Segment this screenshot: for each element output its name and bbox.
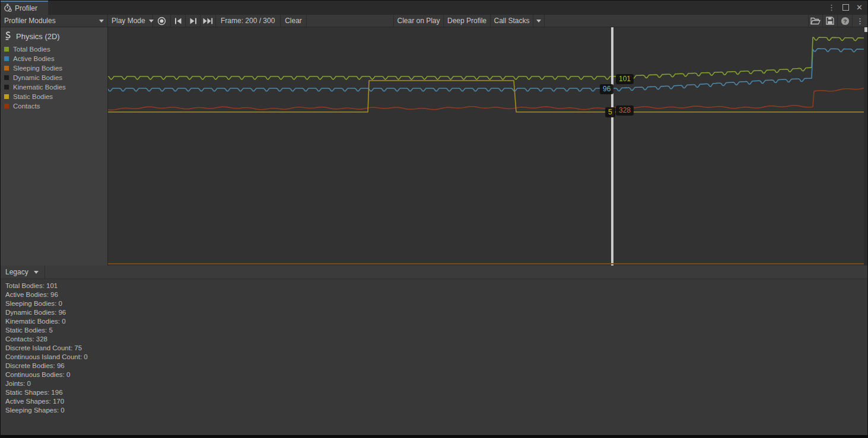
- legend-item-kinematic-bodies[interactable]: Kinematic Bodies: [4, 82, 107, 92]
- frame-counter: Frame: 200 / 300: [216, 15, 281, 27]
- module-header[interactable]: Physics (2D): [1, 27, 107, 44]
- details-view-dropdown[interactable]: Legacy: [1, 266, 45, 279]
- skip-to-end-icon: [203, 18, 213, 24]
- next-frame-button[interactable]: [186, 15, 201, 27]
- profiler-stopwatch-icon: [4, 4, 12, 14]
- legend-label: Sleeping Bodies: [13, 65, 62, 72]
- clear-on-play-label: Clear on Play: [397, 17, 440, 25]
- cursor-value-label: 96: [600, 84, 613, 94]
- legend-label: Kinematic Bodies: [13, 84, 66, 91]
- legend-swatch: [4, 104, 9, 108]
- toolbar-gap: [307, 15, 393, 27]
- details-view-bar: Legacy: [1, 266, 867, 279]
- stat-line-discrete-island-count: Discrete Island Count: 75: [5, 344, 867, 353]
- window-controls: ⋮ ✕: [828, 1, 863, 14]
- legend-item-static-bodies[interactable]: Static Bodies: [4, 92, 107, 101]
- close-icon[interactable]: ✕: [856, 3, 863, 12]
- stat-line-joints: Joints: 0: [5, 379, 867, 388]
- legend-swatch: [4, 94, 9, 99]
- profiler-toolbar: Profiler Modules Play Mode: [1, 15, 867, 27]
- legend-label: Contacts: [13, 103, 40, 110]
- deep-profile-label: Deep Profile: [447, 17, 487, 25]
- chart-scrollbar[interactable]: [864, 27, 868, 266]
- tab-title: Profiler: [15, 4, 37, 12]
- module-title: Physics (2D): [16, 32, 60, 41]
- stat-line-sleeping-bodies: Sleeping Bodies: 0: [5, 299, 867, 308]
- open-folder-icon: [810, 17, 821, 25]
- stat-line-static-bodies: Static Bodies: 5: [5, 326, 867, 335]
- legend-label: Active Bodies: [13, 55, 55, 62]
- svg-text:?: ?: [843, 18, 847, 24]
- clear-on-play-toggle[interactable]: Clear on Play: [393, 15, 444, 27]
- load-profile-button[interactable]: [808, 15, 823, 27]
- stat-line-continuous-island-count: Continuous Island Count: 0: [5, 353, 867, 362]
- stat-line-static-shapes: Static Shapes: 196: [5, 388, 867, 397]
- window-bottom-edge: [1, 435, 867, 437]
- window-menu-icon[interactable]: ⋮: [828, 3, 835, 12]
- stat-line-active-shapes: Active Shapes: 170: [5, 397, 867, 406]
- legend-item-active-bodies[interactable]: Active Bodies: [4, 54, 107, 63]
- call-stacks-dropdown[interactable]: [533, 15, 545, 27]
- details-view-label: Legacy: [5, 268, 28, 276]
- playhead-line[interactable]: [611, 27, 613, 266]
- legend-swatch: [4, 85, 9, 89]
- legend-swatch: [4, 47, 9, 52]
- chart-svg: [108, 27, 868, 266]
- chevron-down-icon: [536, 20, 541, 23]
- help-button[interactable]: ?: [838, 15, 853, 27]
- profiler-modules-dropdown[interactable]: Profiler Modules: [1, 15, 108, 27]
- prev-frame-button[interactable]: [171, 15, 186, 27]
- help-icon: ?: [841, 17, 850, 25]
- legend-label: Total Bodies: [13, 46, 50, 53]
- prev-frame-icon: [174, 18, 182, 24]
- record-button[interactable]: [153, 15, 171, 27]
- cursor-value-label: 5: [605, 107, 615, 117]
- stat-line-sleeping-shapes: Sleeping Shapes: 0: [5, 406, 867, 415]
- profiler-modules-label: Profiler Modules: [4, 17, 56, 25]
- stat-line-contacts: Contacts: 328: [5, 335, 867, 344]
- legend-swatch: [4, 66, 9, 71]
- next-frame-icon: [189, 18, 197, 24]
- kebab-icon: ⋮: [856, 17, 864, 25]
- save-profile-button[interactable]: [823, 15, 838, 27]
- stat-line-active-bodies: Active Bodies: 96: [5, 290, 867, 299]
- legend-item-total-bodies[interactable]: Total Bodies: [4, 44, 107, 54]
- chevron-down-icon: [34, 271, 39, 274]
- call-stacks-label: Call Stacks: [494, 17, 529, 25]
- series-active-bodies: [108, 49, 864, 91]
- cursor-value-label: 328: [616, 105, 634, 116]
- physics2d-icon: [4, 31, 12, 42]
- frame-counter-label: Frame: 200 / 300: [221, 17, 275, 25]
- record-icon: [157, 17, 166, 25]
- stat-line-kinematic-bodies: Kinematic Bodies: 0: [5, 317, 867, 326]
- save-icon: [826, 17, 834, 25]
- module-sidebar: Physics (2D) Total BodiesActive BodiesSl…: [1, 27, 108, 266]
- play-mode-dropdown[interactable]: Play Mode: [108, 15, 153, 27]
- profiler-window: Profiler ⋮ ✕ Profiler Modules Play Mode: [0, 0, 868, 438]
- stat-line-total-bodies: Total Bodies: 101: [5, 282, 867, 290]
- legend-item-dynamic-bodies[interactable]: Dynamic Bodies: [4, 73, 107, 82]
- chart-area[interactable]: 101965328: [108, 27, 868, 266]
- stat-line-discrete-bodies: Discrete Bodies: 96: [5, 362, 867, 370]
- legend-label: Dynamic Bodies: [13, 74, 62, 81]
- chart-bottom-border: [108, 263, 868, 264]
- chevron-down-icon: [99, 20, 104, 23]
- tab-profiler[interactable]: Profiler: [1, 1, 48, 15]
- legend-item-contacts[interactable]: Contacts: [4, 101, 107, 111]
- clear-label: Clear: [285, 17, 302, 25]
- call-stacks-toggle[interactable]: Call Stacks: [491, 15, 533, 27]
- title-bar: Profiler ⋮ ✕: [1, 1, 867, 15]
- details-pane: Total Bodies: 101Active Bodies: 96Sleepi…: [1, 279, 867, 436]
- toolbar-spacer: [545, 15, 808, 27]
- context-menu-button[interactable]: ⋮: [853, 15, 867, 27]
- legend-item-sleeping-bodies[interactable]: Sleeping Bodies: [4, 63, 107, 73]
- chart-scrollbar-thumb[interactable]: [864, 27, 868, 32]
- stat-line-dynamic-bodies: Dynamic Bodies: 96: [5, 308, 867, 317]
- deep-profile-toggle[interactable]: Deep Profile: [444, 15, 491, 27]
- clear-button[interactable]: Clear: [281, 15, 307, 27]
- maximize-icon[interactable]: [842, 4, 849, 11]
- current-frame-button[interactable]: [201, 15, 216, 27]
- cursor-value-label: 101: [616, 74, 634, 84]
- series-total-bodies: [108, 37, 864, 79]
- play-mode-label: Play Mode: [112, 17, 145, 25]
